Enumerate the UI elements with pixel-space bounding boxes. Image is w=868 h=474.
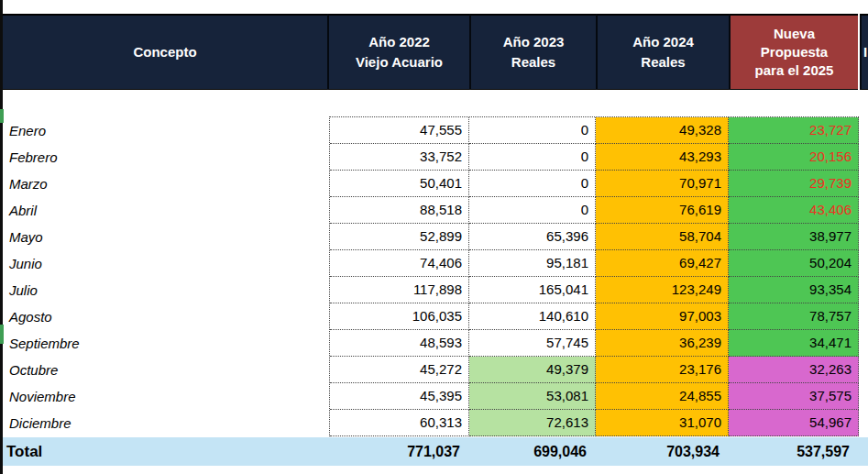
header-cell-2025-proposal[interactable]: Nueva Propuesta para el 2025 [729,14,858,90]
cell-noviembre-y2024[interactable]: 24,855 [596,383,729,410]
cell-mayo-y2022[interactable]: 52,899 [330,224,469,250]
cell-agosto-y2023[interactable]: 140,610 [469,303,596,330]
total-cell-2024[interactable]: 703,934 [593,437,726,466]
cell-noviembre-y2023[interactable]: 53,081 [469,383,596,410]
total-cell-2023[interactable]: 699,046 [467,437,593,466]
cell-junio-y2022[interactable]: 74,406 [330,250,469,277]
header-label: Nueva [774,25,815,43]
cell-septiembre-y2024[interactable]: 36,239 [596,330,729,357]
cell-julio-y2025[interactable]: 93,354 [729,277,859,303]
cell-abril-y2025[interactable]: 43,406 [729,197,859,224]
table-row-enero: 47,555049,32823,727 [330,117,859,144]
spreadsheet-view: Concepto Año 2022 Viejo Acuario Año 2023… [0,0,868,474]
row-label-julio[interactable]: Julio [9,277,312,303]
cell-abril-y2024[interactable]: 76,619 [596,197,729,224]
row-label-noviembre[interactable]: Noviembre [9,383,312,410]
table-row-septiembre: 48,59357,74536,23934,471 [330,330,859,357]
row-label-octubre[interactable]: Octubre [9,357,312,383]
cell-diciembre-y2025[interactable]: 54,967 [729,410,859,436]
row-label-septiembre[interactable]: Septiembre [9,330,312,357]
table-row-agosto: 106,035140,61097,00378,757 [330,303,859,330]
cell-noviembre-y2025[interactable]: 37,575 [729,383,859,410]
cell-junio-y2025[interactable]: 50,204 [729,250,859,277]
header-label: Año 2024 [632,32,694,52]
table-row-junio: 74,40695,18169,42750,204 [330,250,859,277]
cell-agosto-y2025[interactable]: 78,757 [729,303,859,330]
cell-diciembre-y2022[interactable]: 60,313 [330,410,469,436]
header-label: I [863,42,867,62]
header-label: Propuesta [761,43,828,61]
cell-septiembre-y2025[interactable]: 34,471 [729,330,859,357]
cell-marzo-y2022[interactable]: 50,401 [330,171,469,197]
row-label-febrero[interactable]: Febrero [9,144,312,171]
header-cell-2024[interactable]: Año 2024 Reales [596,14,729,90]
table-row-abril: 88,518076,61943,406 [330,197,859,224]
cell-junio-y2024[interactable]: 69,427 [596,250,729,277]
header-label: Concepto [133,42,196,62]
cell-abril-y2022[interactable]: 88,518 [330,197,469,224]
row-label-agosto[interactable]: Agosto [9,303,312,330]
header-label: para el 2025 [755,61,834,80]
table-row-marzo: 50,401070,97129,739 [330,171,859,197]
row-label-diciembre[interactable]: Diciembre [9,410,312,436]
total-label-cell[interactable]: Total [6,437,42,466]
cell-marzo-y2025[interactable]: 29,739 [729,171,859,197]
cell-enero-y2025[interactable]: 23,727 [729,117,859,144]
cell-junio-y2023[interactable]: 95,181 [469,250,596,277]
chart-fragment-mark [0,325,4,344]
cell-febrero-y2023[interactable]: 0 [469,144,596,171]
total-cell-2022[interactable]: 771,037 [327,437,467,466]
header-label: Año 2023 [503,32,565,52]
table-row-mayo: 52,89965,39658,70438,977 [330,224,859,250]
header-cell-clipped[interactable]: I [860,14,868,90]
cell-febrero-y2024[interactable]: 43,293 [596,144,729,171]
cell-marzo-y2023[interactable]: 0 [469,171,596,197]
cell-julio-y2022[interactable]: 117,898 [330,277,469,303]
cell-julio-y2024[interactable]: 123,249 [596,277,729,303]
row-label-mayo[interactable]: Mayo [9,224,312,250]
data-grid: 47,555049,32823,72733,752043,29320,15650… [329,116,859,436]
cell-octubre-y2025[interactable]: 32,263 [729,357,859,383]
table-row-febrero: 33,752043,29320,156 [330,144,859,171]
cell-febrero-y2025[interactable]: 20,156 [729,144,859,171]
header-cell-2023[interactable]: Año 2023 Reales [469,14,596,90]
cell-octubre-y2024[interactable]: 23,176 [596,357,729,383]
cell-septiembre-y2022[interactable]: 48,593 [330,330,469,357]
cell-octubre-y2022[interactable]: 45,272 [330,357,469,383]
header-cell-concepto[interactable]: Concepto [3,14,327,90]
header-label: Reales [511,52,555,72]
total-cell-2025[interactable]: 537,597 [726,437,856,466]
cell-julio-y2023[interactable]: 165,041 [469,277,596,303]
table-row-noviembre: 45,39553,08124,85537,575 [330,383,859,410]
cell-septiembre-y2023[interactable]: 57,745 [469,330,596,357]
cell-octubre-y2023[interactable]: 49,379 [469,357,596,383]
cell-diciembre-y2023[interactable]: 72,613 [469,410,596,436]
cell-mayo-y2025[interactable]: 38,977 [729,224,859,250]
table-row-diciembre: 60,31372,61331,07054,967 [330,410,859,436]
row-label-enero[interactable]: Enero [9,117,312,144]
cell-abril-y2023[interactable]: 0 [469,197,596,224]
table-row-octubre: 45,27249,37923,17632,263 [330,357,859,383]
cell-marzo-y2024[interactable]: 70,971 [596,171,729,197]
cell-diciembre-y2024[interactable]: 31,070 [596,410,729,436]
cell-enero-y2023[interactable]: 0 [469,117,596,144]
total-row: Total 771,037 699,046 703,934 537,597 [3,437,868,466]
cell-noviembre-y2022[interactable]: 45,395 [330,383,469,410]
cell-mayo-y2023[interactable]: 65,396 [469,224,596,250]
cell-febrero-y2022[interactable]: 33,752 [330,144,469,171]
header-label: Reales [641,52,685,72]
header-label: Viejo Acuario [356,52,443,72]
row-label-junio[interactable]: Junio [9,250,312,277]
header-cell-2022[interactable]: Año 2022 Viejo Acuario [327,14,469,90]
cell-enero-y2022[interactable]: 47,555 [330,117,469,144]
cell-enero-y2024[interactable]: 49,328 [596,117,729,144]
header-label: Año 2022 [368,32,430,52]
table-row-julio: 117,898165,041123,24993,354 [330,277,859,303]
cell-agosto-y2024[interactable]: 97,003 [596,303,729,330]
chart-fragment-mark [0,109,4,123]
cell-agosto-y2022[interactable]: 106,035 [330,303,469,330]
row-label-abril[interactable]: Abril [9,197,312,224]
row-label-marzo[interactable]: Marzo [9,171,312,197]
cell-mayo-y2024[interactable]: 58,704 [596,224,729,250]
